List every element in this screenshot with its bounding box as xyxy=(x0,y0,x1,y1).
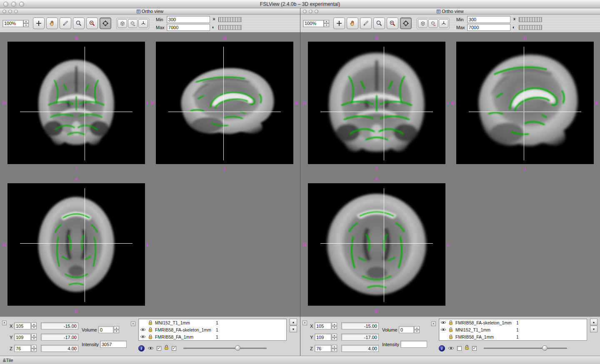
cursor-tool-button[interactable] xyxy=(333,17,345,29)
layer-row[interactable]: FMRIB58_FA-skeleton_1mm 1 xyxy=(439,319,587,326)
slider-thumb[interactable] xyxy=(542,345,548,351)
min-input[interactable] xyxy=(467,16,510,23)
info-button[interactable]: i xyxy=(138,345,145,352)
intensity-field[interactable] xyxy=(100,341,127,348)
lock-icon[interactable] xyxy=(148,327,153,332)
y-mm-field[interactable] xyxy=(41,334,78,341)
lock-icon[interactable] xyxy=(465,344,469,352)
spin-up-icon[interactable]: ▲ xyxy=(31,322,37,326)
brightness-slider[interactable] xyxy=(218,17,242,22)
minimize-icon[interactable] xyxy=(8,10,12,13)
lock-icon[interactable] xyxy=(164,344,169,352)
spin-down-icon[interactable]: ▼ xyxy=(23,23,29,27)
lightbox-view-button[interactable] xyxy=(128,19,138,28)
axial-view[interactable] xyxy=(8,183,145,306)
cursor-tool-button[interactable] xyxy=(33,17,45,29)
axial-view[interactable] xyxy=(308,183,445,306)
spin-down-icon[interactable]: ▼ xyxy=(332,337,337,341)
spin-down-icon[interactable]: ▼ xyxy=(31,326,37,330)
zoom-icon[interactable] xyxy=(315,10,318,13)
spin-up-icon[interactable]: ▲ xyxy=(114,326,119,330)
zoom-out-tool-button[interactable] xyxy=(86,17,98,29)
spin-up-icon[interactable]: ▲ xyxy=(324,20,329,24)
layer-row[interactable]: FMRIB58_FA_1mm 1 xyxy=(139,333,286,340)
sagittal-view[interactable] xyxy=(156,42,293,164)
spin-up-icon[interactable]: ▲ xyxy=(23,20,29,24)
lock-icon[interactable] xyxy=(448,334,454,339)
lock-checkbox[interactable]: ✓ xyxy=(472,346,477,351)
y-input[interactable] xyxy=(14,334,31,341)
pencil-tool-button[interactable] xyxy=(60,17,71,29)
zoom-icon[interactable] xyxy=(14,10,18,13)
crosshair-mode-button[interactable] xyxy=(100,17,111,29)
spin-down-icon[interactable]: ▼ xyxy=(332,349,337,352)
layer-up-button[interactable]: ▲ xyxy=(590,319,598,325)
zoom-in-tool-button[interactable] xyxy=(373,17,385,29)
spin-down-icon[interactable]: ▼ xyxy=(31,337,37,341)
ortho-titlebar[interactable]: Ortho view xyxy=(0,8,300,15)
spin-up-icon[interactable]: ▲ xyxy=(332,334,337,337)
x-mm-field[interactable] xyxy=(341,322,379,329)
spin-down-icon[interactable]: ▼ xyxy=(114,330,119,334)
eye-icon[interactable] xyxy=(440,328,446,332)
z-input[interactable] xyxy=(315,345,331,352)
coronal-view[interactable] xyxy=(308,42,445,164)
brightness-slider[interactable] xyxy=(519,17,542,22)
main-titlebar[interactable]: FSLView (2.4.0b – 3D experimental) xyxy=(0,0,600,8)
layer-down-button[interactable]: ▼ xyxy=(290,326,297,332)
spin-up-icon[interactable]: ▲ xyxy=(414,326,420,330)
coronal-view[interactable] xyxy=(8,42,145,164)
spin-up-icon[interactable]: ▲ xyxy=(31,334,37,337)
close-icon[interactable] xyxy=(303,10,307,13)
close-icon[interactable]: × xyxy=(302,321,307,325)
pan-tool-button[interactable] xyxy=(347,17,358,29)
transparency-slider[interactable] xyxy=(484,345,567,352)
volume-input[interactable] xyxy=(399,326,414,333)
single-view-button[interactable] xyxy=(118,19,127,28)
intensity-field[interactable] xyxy=(400,341,427,348)
min-input[interactable] xyxy=(167,16,210,23)
y-input[interactable] xyxy=(315,334,331,341)
lock-icon[interactable] xyxy=(448,327,454,332)
visibility-checkbox[interactable]: ✓ xyxy=(157,346,161,351)
eye-icon[interactable] xyxy=(148,344,154,352)
eye-icon[interactable] xyxy=(440,321,446,324)
volume-input[interactable] xyxy=(98,326,113,333)
lock-checkbox[interactable]: ✓ xyxy=(172,346,176,351)
info-button[interactable]: i xyxy=(439,345,445,352)
eye-icon[interactable] xyxy=(140,328,146,332)
layer-row[interactable]: FMRIB58_FA-skeleton_1mm 1 xyxy=(139,326,286,333)
overlay-list[interactable]: FMRIB58_FA-skeleton_1mm 1 MNI152_T1_1mm … xyxy=(439,319,587,341)
zoom-input[interactable] xyxy=(2,20,23,27)
max-input[interactable] xyxy=(167,24,210,31)
3d-view-button[interactable] xyxy=(138,19,148,28)
z-mm-field[interactable] xyxy=(341,345,379,352)
slider-thumb[interactable] xyxy=(235,345,240,351)
zoom-input[interactable] xyxy=(303,20,324,27)
close-icon[interactable]: × xyxy=(2,321,7,325)
eye-icon[interactable] xyxy=(448,344,454,352)
crosshair-mode-button[interactable] xyxy=(400,17,412,29)
x-input[interactable] xyxy=(14,322,31,329)
x-input[interactable] xyxy=(315,322,331,329)
spin-down-icon[interactable]: ▼ xyxy=(324,23,329,27)
sagittal-view[interactable] xyxy=(456,42,594,164)
layer-row[interactable]: FMRIB58_FA_1mm 1 xyxy=(439,333,587,340)
spin-down-icon[interactable]: ▼ xyxy=(31,349,37,352)
layer-down-button[interactable]: ▼ xyxy=(590,326,598,332)
visibility-checkbox[interactable]: ✓ xyxy=(457,346,462,351)
close-icon[interactable] xyxy=(3,2,8,7)
close-icon[interactable] xyxy=(2,10,6,13)
lock-icon[interactable] xyxy=(448,320,454,325)
ortho-titlebar[interactable]: Ortho view xyxy=(300,8,600,15)
max-input[interactable] xyxy=(467,24,510,31)
single-view-button[interactable] xyxy=(418,19,428,28)
z-mm-field[interactable] xyxy=(41,345,78,352)
close-icon[interactable]: × xyxy=(431,322,436,326)
eye-icon[interactable] xyxy=(140,335,146,339)
x-mm-field[interactable] xyxy=(41,322,78,329)
layer-row[interactable]: MNI152_T1_1mm 1 xyxy=(139,319,286,326)
close-icon[interactable]: × xyxy=(131,322,135,326)
lock-icon[interactable] xyxy=(148,320,153,325)
spin-up-icon[interactable]: ▲ xyxy=(332,322,337,326)
